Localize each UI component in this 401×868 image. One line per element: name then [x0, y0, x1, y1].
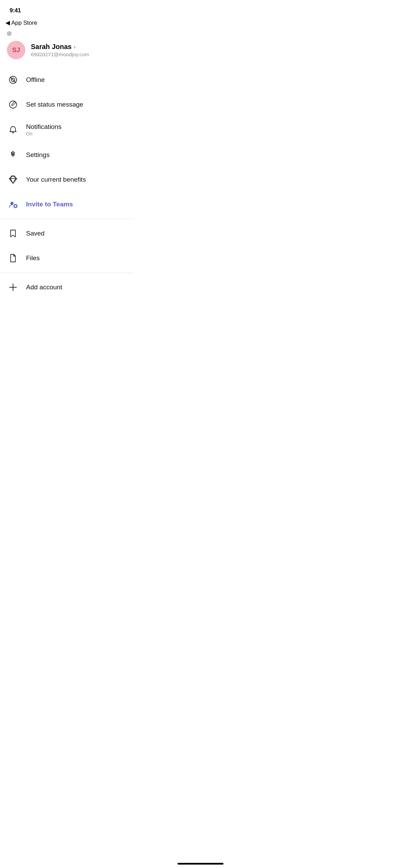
status-bar: 9:41 — [0, 0, 134, 19]
offline-icon — [7, 74, 19, 86]
file-icon — [7, 252, 19, 264]
menu-label-settings: Settings — [26, 151, 134, 159]
back-arrow-icon: ◀ — [5, 19, 10, 26]
menu-text-settings: Settings — [26, 151, 134, 159]
svg-point-14 — [11, 202, 14, 205]
menu-text-saved: Saved — [26, 230, 134, 237]
menu-item-add-account[interactable]: Add account — [0, 275, 134, 300]
menu-label-saved: Saved — [26, 230, 134, 237]
edit-icon — [7, 98, 19, 111]
profile-area[interactable]: SJ Sarah Jonas › 69d2d271@moodjoy.com — [0, 37, 134, 68]
invite-icon — [7, 198, 19, 210]
bell-icon — [7, 124, 19, 136]
menu-label-benefits: Your current benefits — [26, 176, 134, 183]
page-wrapper: 9:41 — [0, 0, 134, 300]
profile-email: 69d2d271@moodjoy.com — [31, 51, 134, 57]
diamond-icon — [7, 173, 19, 186]
divider-2 — [0, 273, 134, 273]
menu-text-benefits: Your current benefits — [26, 176, 134, 183]
plus-icon — [7, 281, 19, 293]
menu-item-invite[interactable]: Invite to Teams — [0, 192, 134, 217]
menu-item-saved[interactable]: Saved — [0, 221, 134, 246]
menu-text-files: Files — [26, 254, 134, 262]
menu-item-benefits[interactable]: Your current benefits — [0, 167, 134, 192]
menu-item-files[interactable]: Files — [0, 246, 134, 270]
presence-dot — [7, 31, 12, 36]
menu-label-notifications: Notifications — [26, 123, 134, 131]
menu-text-add-account: Add account — [26, 284, 134, 291]
menu-item-settings[interactable]: Settings — [0, 143, 134, 167]
gear-icon — [7, 149, 19, 161]
menu-text-notifications: Notifications On — [26, 123, 134, 136]
profile-chevron-icon: › — [74, 44, 75, 50]
menu-label-offline: Offline — [26, 76, 134, 84]
menu-text-invite: Invite to Teams — [26, 201, 134, 208]
profile-info: Sarah Jonas › 69d2d271@moodjoy.com — [31, 43, 134, 57]
profile-name: Sarah Jonas — [31, 43, 72, 51]
back-label: App Store — [11, 20, 37, 26]
menu-label-files: Files — [26, 254, 134, 262]
bookmark-icon — [7, 227, 19, 240]
avatar: SJ — [7, 41, 25, 59]
back-nav[interactable]: ◀ App Store — [0, 19, 134, 31]
profile-name-row: Sarah Jonas › — [31, 43, 134, 51]
menu-label-add-account: Add account — [26, 284, 134, 291]
menu-label-set-status: Set status message — [26, 101, 134, 108]
menu-text-offline: Offline — [26, 76, 134, 84]
divider-1 — [0, 219, 134, 219]
menu-item-offline[interactable]: Offline — [0, 68, 134, 92]
menu-item-set-status[interactable]: Set status message — [0, 92, 134, 117]
svg-marker-10 — [9, 176, 17, 183]
menu-text-set-status: Set status message — [26, 101, 134, 108]
menu-item-notifications[interactable]: Notifications On — [0, 117, 134, 143]
menu-sublabel-notifications: On — [26, 131, 134, 136]
menu-label-invite: Invite to Teams — [26, 201, 134, 208]
main-content: 9:41 — [0, 0, 134, 300]
status-time: 9:41 — [10, 7, 21, 14]
